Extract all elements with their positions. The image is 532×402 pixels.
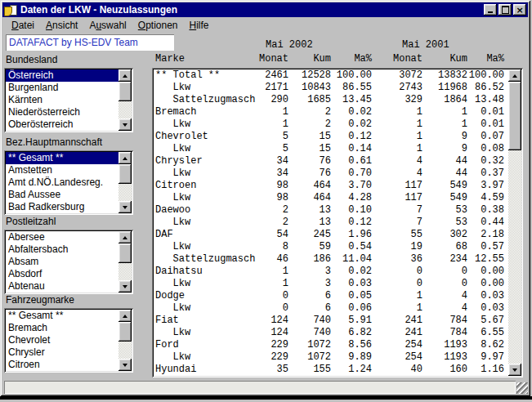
table-row[interactable]: Daewoo2130.107530.38 bbox=[154, 204, 508, 217]
menu-item-auswahl[interactable]: Auswahl bbox=[83, 18, 132, 33]
table-row[interactable]: Dodge060.05140.03 bbox=[154, 290, 508, 302]
list-item[interactable]: Chrysler bbox=[6, 346, 118, 359]
scroll-down-button[interactable] bbox=[118, 359, 132, 371]
scrollbar-thumb[interactable] bbox=[118, 164, 132, 184]
list-item[interactable]: Bad Aussee bbox=[6, 189, 118, 201]
maximize-button[interactable] bbox=[498, 4, 512, 16]
menu-item-datei[interactable]: Datei bbox=[6, 18, 40, 33]
cell-value: 1 bbox=[372, 302, 422, 315]
list-item[interactable]: Abfaltersbach bbox=[6, 243, 118, 256]
scrollbar-thumb[interactable] bbox=[118, 322, 132, 342]
scroll-down-button[interactable] bbox=[118, 201, 132, 213]
scrollbar[interactable] bbox=[118, 310, 132, 371]
table-body[interactable]: ** Total **246112528100.00307213832100.0… bbox=[154, 69, 508, 376]
table-row[interactable]: Fiat1247405.912417845.67 bbox=[154, 315, 508, 327]
table-row[interactable]: Sattelzugmaschin290168513.45329186413.48 bbox=[154, 94, 508, 106]
cell-value: 0.03 bbox=[467, 302, 504, 315]
table-row[interactable]: Lkw1247406.822417846.55 bbox=[154, 327, 508, 339]
scrollbar[interactable] bbox=[118, 152, 132, 213]
scrollbar-track[interactable] bbox=[508, 82, 521, 364]
scroll-down-button[interactable] bbox=[508, 364, 521, 376]
arrow-up-icon bbox=[512, 74, 517, 78]
cell-value: 5.91 bbox=[331, 315, 372, 327]
scrollbar-track[interactable] bbox=[118, 243, 132, 280]
table-row[interactable]: Lkw22910729.8925411939.97 bbox=[154, 351, 508, 364]
table-row[interactable]: ** Total **246112528100.00307213832100.0… bbox=[154, 69, 508, 82]
cell-value: 1 bbox=[256, 106, 288, 118]
scroll-down-button[interactable] bbox=[118, 118, 132, 131]
table-row[interactable]: Chevrolet5150.12190.07 bbox=[154, 131, 508, 143]
scroll-down-button[interactable] bbox=[118, 280, 132, 293]
scroll-up-button[interactable] bbox=[118, 310, 132, 322]
list-item[interactable]: Oberösterreich bbox=[6, 118, 118, 131]
table-row[interactable]: Daihatsu130.02000.00 bbox=[154, 266, 508, 278]
scrollbar[interactable] bbox=[118, 231, 132, 293]
scrollbar-track[interactable] bbox=[118, 82, 132, 118]
list-item[interactable]: Amstetten bbox=[6, 164, 118, 176]
table-row[interactable]: Hyundai351551.24401601.16 bbox=[154, 364, 508, 376]
list-item[interactable]: Absdorf bbox=[6, 268, 118, 280]
column-header-ma-2001: Ma% bbox=[467, 53, 504, 65]
postleitzahl-listbox[interactable]: AberseeAbfaltersbachAbsamAbsdorfAbtenau bbox=[4, 230, 133, 294]
bundesland-listbox[interactable]: ÖsterreichBurgenlandKärntenNiederösterre… bbox=[4, 68, 133, 132]
list-item[interactable]: Kärnten bbox=[6, 94, 118, 106]
list-item[interactable]: Chevrolet bbox=[6, 334, 118, 346]
table-row[interactable]: Citroen984643.701175493.97 bbox=[154, 180, 508, 192]
table-row[interactable]: DAF542451.96553022.18 bbox=[154, 229, 508, 241]
table-row[interactable]: Lkw5150.14190.08 bbox=[154, 143, 508, 155]
menu-item-hilfe[interactable]: Hilfe bbox=[184, 18, 215, 33]
scroll-up-button[interactable] bbox=[508, 69, 521, 82]
table-row[interactable]: Lkw130.03000.00 bbox=[154, 278, 508, 290]
resize-grip-icon[interactable] bbox=[516, 382, 528, 394]
menu-item-ansicht[interactable]: Ansicht bbox=[40, 18, 83, 33]
list-item[interactable]: ** Gesamt ** bbox=[6, 310, 118, 322]
list-item[interactable]: Abersee bbox=[6, 231, 118, 243]
list-item[interactable]: Abtenau bbox=[6, 280, 118, 293]
table-row[interactable]: Lkw120.02110.01 bbox=[154, 118, 508, 131]
table-row[interactable]: Lkw8590.5419680.57 bbox=[154, 241, 508, 253]
scrollbar-thumb[interactable] bbox=[118, 243, 132, 263]
fahrzeugmarke-listbox[interactable]: ** Gesamt **BremachChevroletChryslerCitr… bbox=[4, 308, 133, 373]
table-row[interactable]: Lkw34760.704440.37 bbox=[154, 168, 508, 180]
cell-value: 1 bbox=[372, 143, 422, 155]
table-row[interactable]: Lkw2130.127530.44 bbox=[154, 217, 508, 229]
table-row[interactable]: Chrysler34760.614440.32 bbox=[154, 155, 508, 168]
list-item[interactable]: Absam bbox=[6, 256, 118, 268]
table-row[interactable]: Sattelzugmaschin4618611.043623412.55 bbox=[154, 253, 508, 266]
table-row[interactable]: Ford22910728.5625411938.62 bbox=[154, 339, 508, 351]
scrollbar[interactable] bbox=[508, 69, 521, 376]
cell-value: 302 bbox=[422, 229, 467, 241]
menu-item-optionen[interactable]: Optionen bbox=[132, 18, 184, 33]
scrollbar-track[interactable] bbox=[118, 164, 132, 201]
cell-value: 1 bbox=[372, 290, 422, 302]
table-row[interactable]: Lkw21711084386.5527431196886.52 bbox=[154, 82, 508, 94]
table-row[interactable]: Lkw060.06140.03 bbox=[154, 302, 508, 315]
bezhauptmannschaft-listbox[interactable]: ** Gesamt **AmstettenAmt d.NÖ.Landesreg.… bbox=[4, 150, 133, 215]
list-item[interactable]: Österreich bbox=[6, 69, 118, 82]
table-row[interactable]: Bremach120.02110.01 bbox=[154, 106, 508, 118]
list-item[interactable]: Bremach bbox=[6, 322, 118, 334]
data-table-panel: ** Total **246112528100.00307213832100.0… bbox=[152, 68, 523, 377]
cell-marke: Lkw bbox=[154, 82, 256, 94]
scroll-up-button[interactable] bbox=[118, 69, 132, 82]
scroll-up-button[interactable] bbox=[118, 231, 132, 243]
cell-value: 1.96 bbox=[331, 229, 372, 241]
list-item[interactable]: Citroen bbox=[6, 359, 118, 371]
scrollbar[interactable] bbox=[118, 69, 132, 131]
scrollbar-thumb[interactable] bbox=[508, 82, 521, 150]
cell-value: 784 bbox=[422, 315, 467, 327]
cell-value: 0.57 bbox=[467, 241, 504, 253]
minimize-button[interactable] bbox=[484, 4, 497, 16]
list-item[interactable]: Amt d.NÖ.Landesreg. bbox=[6, 176, 118, 189]
title-bar[interactable]: Daten der LKW - Neuzulassungen × bbox=[2, 2, 528, 17]
list-item[interactable]: ** Gesamt ** bbox=[6, 152, 118, 164]
list-item[interactable]: Bad Radkersburg bbox=[6, 201, 118, 213]
list-item[interactable]: Burgenland bbox=[6, 82, 118, 94]
scrollbar-thumb[interactable] bbox=[118, 82, 132, 101]
column-header-kum-2002: Kum bbox=[288, 53, 331, 65]
scrollbar-track[interactable] bbox=[118, 322, 132, 359]
list-item[interactable]: Niederösterreich bbox=[6, 106, 118, 118]
scroll-up-button[interactable] bbox=[118, 152, 132, 164]
close-button[interactable]: × bbox=[513, 4, 526, 16]
table-row[interactable]: Lkw984644.281175494.59 bbox=[154, 192, 508, 204]
